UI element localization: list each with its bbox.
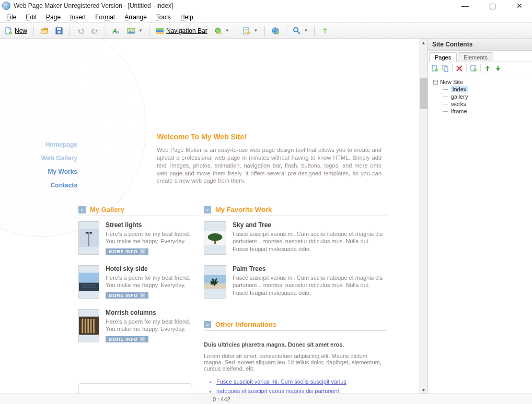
navigation-bar-icon <box>156 27 164 35</box>
menu-format[interactable]: Format <box>91 13 119 22</box>
save-button[interactable] <box>53 26 65 36</box>
publish-button[interactable] <box>319 26 331 36</box>
zoom-icon <box>293 27 301 35</box>
menu-file[interactable]: File <box>2 13 20 22</box>
svg-line-19 <box>297 31 300 34</box>
toolbar: New Aa ▼ Navigation Bar ▼ ▼ ▼ <box>0 23 532 39</box>
welcome-block: Welcome To My Web Site! Web Page Maker i… <box>157 133 381 185</box>
svg-point-42 <box>435 68 438 72</box>
vertical-scrollbar[interactable]: ▴ ▾ <box>419 39 427 394</box>
navigation-bar-button[interactable]: Navigation Bar <box>154 26 210 36</box>
scroll-thumb[interactable] <box>420 78 427 109</box>
menu-insert[interactable]: Insert <box>66 13 90 22</box>
redo-icon <box>91 27 99 35</box>
move-down-icon[interactable] <box>494 65 502 72</box>
menu-help[interactable]: Help <box>176 13 198 22</box>
svg-point-22 <box>85 232 88 234</box>
tree-page-works[interactable]: works <box>443 100 530 108</box>
nav-contacts[interactable]: Contacts <box>0 179 84 192</box>
scroll-down-icon[interactable]: ▾ <box>422 386 425 394</box>
more-info-button[interactable]: MORE INFO» <box>106 336 148 342</box>
chevron-right-icon: » <box>204 321 211 328</box>
image-button[interactable]: ▼ <box>125 26 145 36</box>
undo-button[interactable] <box>74 26 87 36</box>
item-body: Fusce suscipit varius mi. Cum sociis nat… <box>233 274 387 296</box>
copy-page-icon[interactable] <box>442 65 449 72</box>
thumb-palm-trees <box>204 265 226 299</box>
script-button[interactable]: ▼ <box>240 26 260 36</box>
design-canvas[interactable]: Homepage Web Gallery My Works Contacts W… <box>0 39 427 394</box>
thumb-street-lights <box>78 221 99 255</box>
site-nav: Homepage Web Gallery My Works Contacts <box>0 138 84 192</box>
svg-point-17 <box>276 31 279 34</box>
move-up-icon[interactable] <box>484 65 491 72</box>
svg-rect-24 <box>79 273 99 283</box>
dropdown-arrow-icon: ▼ <box>253 28 258 33</box>
scroll-up-icon[interactable]: ▴ <box>422 39 425 46</box>
other-link[interactable]: natoques et suscipit varius magnis dis p… <box>216 386 387 394</box>
nav-web-gallery[interactable]: Web Gallery <box>0 151 84 165</box>
zoom-button[interactable]: ▼ <box>291 26 310 36</box>
svg-rect-33 <box>90 319 92 333</box>
text-icon: Aa <box>112 27 121 35</box>
favorite-item: Sky and Tree Fusce suscipit varius mi. C… <box>204 221 387 255</box>
shape-icon <box>214 27 222 35</box>
page-settings-icon[interactable] <box>470 65 477 72</box>
close-button[interactable]: ✕ <box>512 2 527 10</box>
tree-page-gallery[interactable]: gallery <box>443 93 530 100</box>
site-contents-panel: Site Contents Pages Elements − New Site … <box>427 39 532 394</box>
status-bar: 0 : 442 <box>0 394 532 404</box>
dropdown-arrow-icon: ▼ <box>224 28 229 33</box>
gallery-item: Hotel sky side Here's a poem for my best… <box>78 265 199 299</box>
nav-my-works[interactable]: My Works <box>0 165 84 179</box>
menu-page[interactable]: Page <box>42 13 65 22</box>
tree-page-iframe[interactable]: iframe <box>443 108 530 115</box>
text-button[interactable]: Aa <box>110 26 123 36</box>
add-page-icon[interactable] <box>431 65 438 72</box>
menu-edit[interactable]: Edit <box>21 13 41 22</box>
tree-page-index[interactable]: index <box>443 86 530 93</box>
preview-button[interactable] <box>269 26 282 36</box>
other-link[interactable]: Fusce suscipit varius mi. Cum sociis sus… <box>216 377 387 386</box>
new-button[interactable]: New <box>2 26 29 36</box>
tab-elements[interactable]: Elements <box>458 52 493 62</box>
open-button[interactable] <box>38 26 51 36</box>
pages-tree: − New Site index gallery works iframe <box>428 75 532 118</box>
favorite-item: Palm Trees Fusce suscipit varius mi. Cum… <box>204 265 387 299</box>
svg-point-1 <box>9 31 12 34</box>
undo-icon <box>76 27 85 35</box>
svg-point-13 <box>218 31 221 34</box>
svg-rect-30 <box>82 319 83 333</box>
collapse-icon[interactable]: − <box>433 80 438 85</box>
panel-title: Site Contents <box>428 39 532 51</box>
thumb-morrish-columns <box>78 309 99 342</box>
redo-button[interactable] <box>89 26 101 36</box>
maximize-button[interactable]: ▢ <box>485 2 500 10</box>
new-page-icon <box>4 27 13 35</box>
item-body: Here's a poem for my best friend. You ma… <box>106 318 199 333</box>
tree-root[interactable]: − New Site <box>433 78 530 86</box>
menu-tools[interactable]: Tools <box>152 13 175 22</box>
upload-icon <box>321 27 329 35</box>
shape-button[interactable]: ▼ <box>212 26 232 36</box>
nav-homepage[interactable]: Homepage <box>0 138 84 151</box>
navigation-bar-label: Navigation Bar <box>166 27 207 34</box>
menu-arrange[interactable]: Arrange <box>120 13 151 22</box>
item-title: Street lights <box>106 221 199 229</box>
favorite-section: » My Favorite Work Sky and Tree Fusce su… <box>204 206 387 309</box>
more-info-button[interactable]: MORE INFO» <box>106 292 148 299</box>
svg-point-18 <box>294 28 298 32</box>
welcome-title: Welcome To My Web Site! <box>157 133 381 141</box>
more-info-button[interactable]: MORE INFO» <box>106 248 148 255</box>
svg-rect-4 <box>57 31 61 33</box>
empty-placeholder[interactable] <box>78 383 192 394</box>
item-title: Hotel sky side <box>106 265 199 272</box>
panel-toolbar <box>428 62 532 75</box>
image-icon <box>127 27 135 35</box>
minimize-button[interactable]: — <box>458 2 472 10</box>
delete-page-icon[interactable] <box>456 65 463 72</box>
favorite-title: My Favorite Work <box>215 206 272 213</box>
other-section: » Other Informations Duis ultricies phar… <box>204 320 387 394</box>
svg-point-8 <box>129 29 131 30</box>
tab-pages[interactable]: Pages <box>429 52 457 62</box>
